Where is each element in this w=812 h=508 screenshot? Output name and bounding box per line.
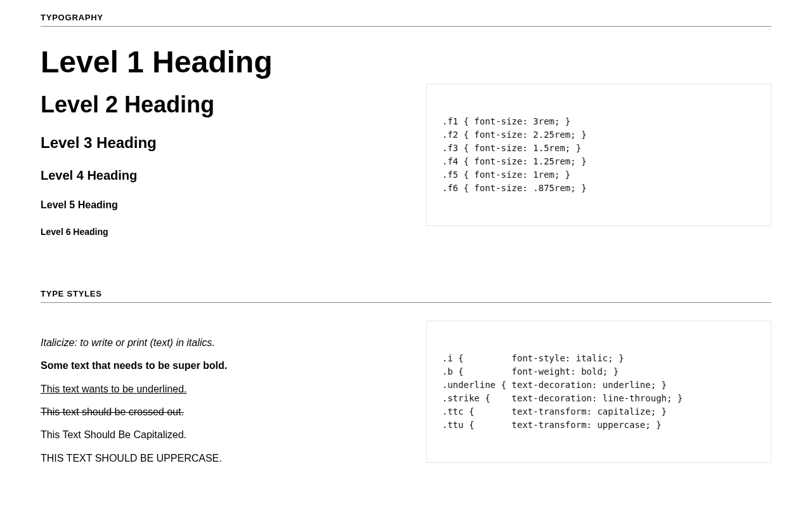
type-styles-code-block: .i { font-style: italic; } .b { font-wei… [426, 321, 771, 463]
heading-level-1: Level 1 Heading [41, 44, 406, 79]
typography-code-block: .f1 { font-size: 3rem; } .f2 { font-size… [426, 84, 771, 226]
example-capitalize: this text should be capitalized. [41, 428, 406, 442]
heading-level-2: Level 2 Heading [41, 91, 406, 118]
example-uppercase: this text should be uppercase. [41, 451, 406, 465]
typography-row: Level 1 Heading Level 2 Heading Level 3 … [41, 44, 771, 238]
typography-code-column: .f1 { font-size: 3rem; } .f2 { font-size… [426, 84, 771, 226]
heading-level-3: Level 3 Heading [41, 133, 406, 152]
heading-level-6: Level 6 Heading [41, 227, 406, 238]
type-styles-code-column: .i { font-style: italic; } .b { font-wei… [426, 321, 771, 463]
example-italic: Italicize: to write or print (text) in i… [41, 336, 406, 350]
type-styles-row: Italicize: to write or print (text) in i… [41, 321, 771, 474]
section-label-type-styles: Type Styles [41, 289, 771, 303]
heading-level-5: Level 5 Heading [41, 199, 406, 211]
section-label-typography: Typography [41, 13, 771, 27]
example-underline: This text wants to be underlined. [41, 382, 406, 396]
example-bold: Some text that needs to be super bold. [41, 359, 406, 373]
type-styles-preview: Italicize: to write or print (text) in i… [41, 321, 406, 474]
heading-level-4: Level 4 Heading [41, 168, 406, 184]
example-strike: This text should be crossed out. [41, 405, 406, 419]
typography-preview: Level 1 Heading Level 2 Heading Level 3 … [41, 44, 406, 238]
